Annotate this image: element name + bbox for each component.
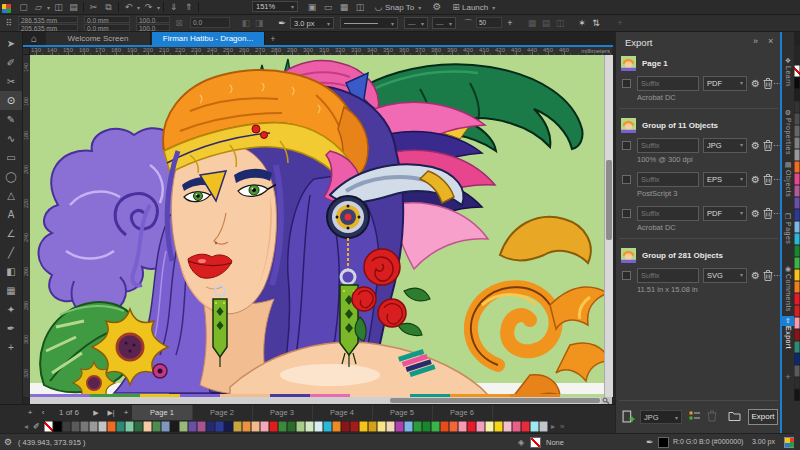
- color-swatch[interactable]: [794, 293, 800, 305]
- previous-page-button[interactable]: ‹: [38, 405, 48, 421]
- mirror-vertical-icon[interactable]: ◨: [253, 16, 265, 30]
- color-swatch[interactable]: [377, 421, 386, 432]
- open-icon[interactable]: ▱: [31, 0, 46, 14]
- color-swatch[interactable]: [431, 421, 440, 432]
- suffix-input[interactable]: Suffix: [637, 172, 699, 187]
- undo-icon[interactable]: ↶: [121, 0, 136, 14]
- color-swatch[interactable]: [440, 421, 449, 432]
- color-swatch[interactable]: [251, 421, 260, 432]
- object-width-field[interactable]: 0.0 mm: [84, 16, 130, 23]
- color-swatch[interactable]: [794, 125, 800, 137]
- connector-tool[interactable]: ╱: [0, 243, 22, 262]
- wrap-text-icon[interactable]: ▦: [526, 16, 538, 30]
- adjust-icon[interactable]: ⇅: [590, 16, 602, 30]
- color-swatch[interactable]: [503, 421, 512, 432]
- color-swatch[interactable]: [794, 329, 800, 341]
- color-swatch[interactable]: [287, 421, 296, 432]
- export-settings-gear-icon[interactable]: ⚙: [751, 172, 760, 187]
- color-swatch[interactable]: [278, 421, 287, 432]
- scale-y-field[interactable]: 100.0: [136, 24, 170, 31]
- color-swatch[interactable]: [134, 421, 143, 432]
- color-swatch[interactable]: [116, 421, 125, 432]
- docker-tab-comments[interactable]: ◉Comments: [782, 264, 794, 314]
- suffix-input[interactable]: Suffix: [637, 76, 699, 91]
- export-icon[interactable]: ⇑: [181, 0, 196, 14]
- next-page-button[interactable]: ▶: [90, 405, 102, 421]
- page-tab-4[interactable]: Page 4: [312, 405, 373, 421]
- color-swatch[interactable]: [170, 421, 179, 432]
- rectangle-tool[interactable]: ▭: [0, 148, 22, 167]
- fullscreen-preview-icon[interactable]: ▣: [304, 0, 320, 14]
- layers-icon[interactable]: ◫: [554, 16, 566, 30]
- horizontal-scrollbar-thumb[interactable]: [390, 398, 600, 403]
- add-control-icon[interactable]: +: [614, 16, 626, 30]
- color-swatch[interactable]: [296, 421, 305, 432]
- eyedropper-tool[interactable]: ✦: [0, 300, 22, 319]
- launch-dropdown[interactable]: ⊞ Launch ▾: [450, 0, 495, 14]
- color-swatch[interactable]: [260, 421, 269, 432]
- line-style-select[interactable]: ▾: [340, 17, 398, 29]
- mesh-fill-tool[interactable]: ▦: [0, 281, 22, 300]
- options-gear-icon[interactable]: ⚙: [430, 0, 444, 14]
- fill-none-swatch[interactable]: [530, 437, 541, 448]
- color-swatch[interactable]: [512, 421, 521, 432]
- color-swatch[interactable]: [458, 421, 467, 432]
- zoom-tool[interactable]: ⊙: [0, 91, 22, 110]
- object-y-field[interactable]: 205.635 mm: [18, 24, 78, 31]
- color-swatch[interactable]: [794, 305, 800, 317]
- dimension-tool[interactable]: ∠: [0, 224, 22, 243]
- color-swatch[interactable]: [98, 421, 107, 432]
- trash-icon[interactable]: [763, 208, 773, 219]
- polygon-tool[interactable]: △: [0, 186, 22, 205]
- color-swatch[interactable]: [404, 421, 413, 432]
- color-swatch[interactable]: [476, 421, 485, 432]
- color-swatch[interactable]: [206, 421, 215, 432]
- color-swatch[interactable]: [152, 421, 161, 432]
- export-item-checkbox[interactable]: [622, 141, 631, 150]
- color-swatch[interactable]: [794, 161, 800, 173]
- color-swatch[interactable]: [224, 421, 233, 432]
- page-tab-2[interactable]: Page 2: [192, 405, 253, 421]
- outline-pen-tool[interactable]: ✒: [0, 319, 22, 338]
- color-swatch[interactable]: [449, 421, 458, 432]
- open-folder-icon[interactable]: [728, 411, 741, 421]
- outline-width-select[interactable]: 3.0 px▾: [290, 17, 334, 29]
- format-select[interactable]: JPG▾: [703, 138, 747, 153]
- color-swatch[interactable]: [62, 421, 71, 432]
- color-swatch[interactable]: [215, 421, 224, 432]
- color-swatch[interactable]: [794, 137, 800, 149]
- color-swatch[interactable]: [794, 365, 800, 377]
- scale-x-field[interactable]: 100.0: [136, 16, 170, 23]
- color-swatch[interactable]: [794, 149, 800, 161]
- add-page-button[interactable]: +: [24, 405, 36, 421]
- object-height-field[interactable]: 0.0 mm: [84, 24, 130, 31]
- color-swatch[interactable]: [413, 421, 422, 432]
- palette-scroll-left-icon[interactable]: ◂: [24, 420, 28, 433]
- text-tool[interactable]: A: [0, 205, 22, 224]
- trash-icon[interactable]: [763, 270, 773, 281]
- docker-collapse-icon[interactable]: »: [753, 36, 758, 46]
- zoom-corner-button[interactable]: [601, 397, 612, 404]
- pick-tool[interactable]: ➤: [0, 34, 22, 53]
- docker-tab-learn[interactable]: ❖Learn: [782, 56, 794, 106]
- add-page-button-2[interactable]: +: [120, 405, 132, 421]
- color-swatch[interactable]: [794, 269, 800, 281]
- color-swatch[interactable]: [794, 173, 800, 185]
- color-swatch[interactable]: [107, 421, 116, 432]
- color-swatch[interactable]: [794, 101, 800, 113]
- color-swatch[interactable]: [794, 257, 800, 269]
- color-swatch[interactable]: [422, 421, 431, 432]
- color-swatch[interactable]: [233, 421, 242, 432]
- vertical-scrollbar-thumb[interactable]: [606, 160, 612, 240]
- no-color-swatch[interactable]: [44, 421, 53, 432]
- format-select[interactable]: EPS▾: [703, 172, 747, 187]
- document-tab-1[interactable]: Welcome Screen: [46, 32, 151, 46]
- color-swatch[interactable]: [89, 421, 98, 432]
- docker-tab-export[interactable]: ⇧Export: [782, 316, 794, 366]
- palette-scroll-right-icon[interactable]: ▸: [551, 420, 555, 433]
- horizontal-scrollbar[interactable]: [30, 397, 612, 404]
- redo-icon[interactable]: ↷: [141, 0, 156, 14]
- end-arrowhead-select[interactable]: —▾: [432, 17, 456, 29]
- palette-eyedropper-icon[interactable]: ✐: [33, 420, 40, 433]
- new-document-tab-button[interactable]: +: [266, 32, 280, 46]
